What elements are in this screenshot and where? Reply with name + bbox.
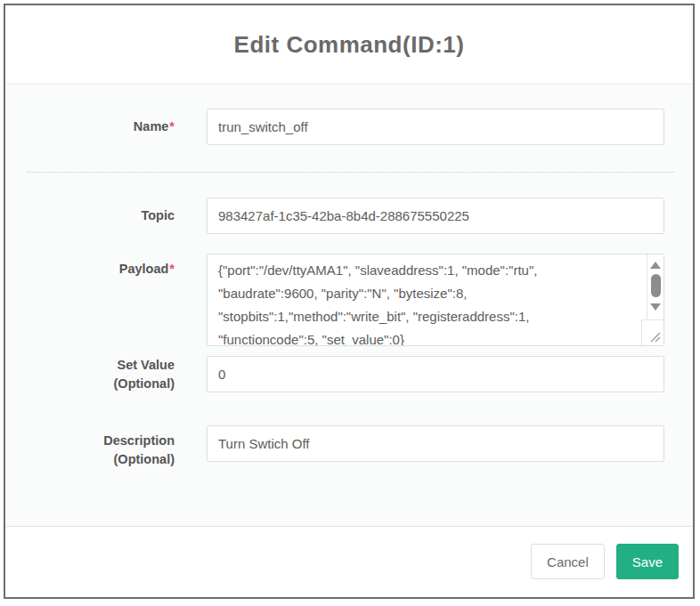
description-label: Description(Optional) xyxy=(5,432,175,469)
topic-input[interactable] xyxy=(207,198,664,234)
payload-text: {"port":"/dev/ttyAMA1", "slaveaddress":1… xyxy=(208,255,640,345)
required-asterisk: * xyxy=(169,262,175,276)
name-label: Name* xyxy=(5,109,175,145)
cancel-button[interactable]: Cancel xyxy=(531,544,605,579)
dialog-form: Name* Topic Payload* {"port":"/dev/ttyAM… xyxy=(5,85,693,527)
payload-scrollbar[interactable] xyxy=(647,255,663,320)
scroll-up-icon[interactable] xyxy=(650,262,661,269)
name-input[interactable] xyxy=(207,109,664,145)
topic-label: Topic xyxy=(5,198,175,234)
save-button[interactable]: Save xyxy=(616,544,679,579)
resize-handle[interactable] xyxy=(641,319,663,345)
payload-textarea[interactable]: {"port":"/dev/ttyAMA1", "slaveaddress":1… xyxy=(207,254,664,346)
payload-label: Payload* xyxy=(5,260,175,279)
edit-command-dialog: Edit Command(ID:1) Name* Topic Payload* … xyxy=(4,4,695,599)
description-input[interactable] xyxy=(207,425,664,462)
dialog-header: Edit Command(ID:1) xyxy=(5,5,693,85)
section-divider xyxy=(27,172,674,173)
scroll-down-icon[interactable] xyxy=(650,303,661,311)
required-asterisk: * xyxy=(169,119,175,133)
set-value-input[interactable] xyxy=(207,356,664,392)
dialog-footer: Cancel Save xyxy=(5,527,693,596)
resize-grip-icon xyxy=(648,330,662,343)
dialog-title: Edit Command(ID:1) xyxy=(234,31,465,59)
scrollbar-thumb[interactable] xyxy=(651,274,661,297)
set-value-label: Set Value(Optional) xyxy=(5,356,175,393)
